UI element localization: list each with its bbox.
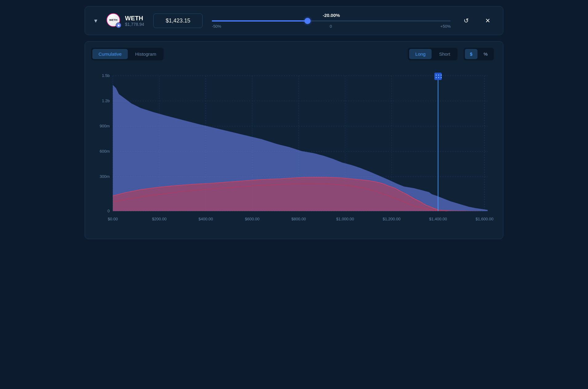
asset-text: WETH $1,778.94 <box>125 15 144 27</box>
chart-type-tabs: Cumulative Histogram <box>91 48 163 60</box>
top-panel: ▾ WETH ◆ WETH $1,778.94 $1,423.15 -20.00… <box>85 6 503 35</box>
asset-price: $1,778.94 <box>125 22 144 27</box>
x-label-5: $800.00 <box>291 217 306 221</box>
x-label-6: $1,000.00 <box>336 217 354 221</box>
drag-dot-1 <box>436 74 437 76</box>
price-input[interactable]: $1,423.15 <box>153 14 203 28</box>
format-tabs: $ % <box>464 48 494 60</box>
slider-fill <box>212 20 307 22</box>
slider-labels: -50% 0 +50% <box>212 24 451 29</box>
drag-dot-3 <box>441 74 442 76</box>
y-label-2: 1.2b <box>102 98 110 103</box>
chart-area: 1.5b 1.2b 900m 600m 300m 0 $0.00 $200.00… <box>91 66 494 233</box>
x-label-3: $400.00 <box>199 217 213 221</box>
x-label-2: $200.00 <box>152 217 167 221</box>
chevron-down-icon[interactable]: ▾ <box>94 17 97 24</box>
asset-info: WETH ◆ WETH $1,778.94 <box>107 13 144 28</box>
drag-dot-4 <box>436 77 437 78</box>
tab-cumulative[interactable]: Cumulative <box>92 49 128 59</box>
slider-mid-label: 0 <box>330 24 332 29</box>
chart-toolbar: Cumulative Histogram Long Short $ % <box>91 48 494 60</box>
x-label-8: $1,400.00 <box>429 217 447 221</box>
chart-svg: 1.5b 1.2b 900m 600m 300m 0 $0.00 $200.00… <box>91 66 494 233</box>
slider-track[interactable] <box>212 20 451 22</box>
drag-handle[interactable] <box>434 73 442 80</box>
x-label-7: $1,200.00 <box>383 217 401 221</box>
slider-wrapper <box>212 20 451 22</box>
close-button[interactable]: ✕ <box>481 14 494 27</box>
logo-text: WETH <box>109 18 118 22</box>
x-label-4: $600.00 <box>245 217 260 221</box>
y-label-1: 1.5b <box>102 73 110 78</box>
slider-max-label: +50% <box>440 24 451 29</box>
y-label-5: 300m <box>100 174 110 179</box>
asset-logo: WETH ◆ <box>107 13 121 28</box>
x-label-1: $0.00 <box>108 217 118 221</box>
y-label-3: 900m <box>100 124 110 128</box>
x-label-9: $1,600.00 <box>476 217 493 221</box>
direction-tabs: Long Short <box>408 48 457 60</box>
tab-long[interactable]: Long <box>409 49 432 59</box>
slider-percentage: -20.00% <box>323 13 340 18</box>
drag-dot-5 <box>438 77 439 78</box>
refresh-button[interactable]: ↺ <box>460 14 472 27</box>
y-label-6: 0 <box>107 209 110 213</box>
chart-panel: Cumulative Histogram Long Short $ % <box>85 41 503 239</box>
drag-dot-6 <box>441 77 442 78</box>
slider-min-label: -50% <box>212 24 221 29</box>
eth-badge: ◆ <box>116 22 121 28</box>
slider-thumb[interactable] <box>304 18 311 24</box>
asset-name: WETH <box>125 15 144 22</box>
drag-dot-2 <box>438 74 439 76</box>
slider-section: -20.00% -50% 0 +50% <box>212 13 451 29</box>
y-label-4: 600m <box>100 149 110 154</box>
tab-short[interactable]: Short <box>433 49 456 59</box>
tab-histogram[interactable]: Histogram <box>129 49 162 59</box>
fmt-percent[interactable]: % <box>479 49 493 59</box>
fmt-dollar[interactable]: $ <box>465 49 477 59</box>
